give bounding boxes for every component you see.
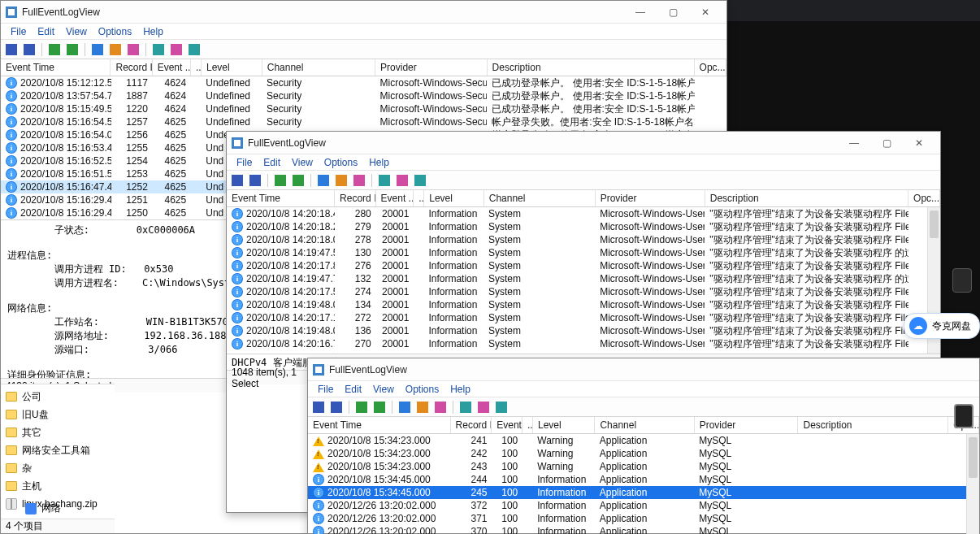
props-icon[interactable] — [334, 173, 349, 188]
trash-icon[interactable] — [954, 404, 973, 428]
col-header[interactable]: Provider — [695, 417, 799, 433]
table-row[interactable]: 2020/10/8 15:16:54.5..12574625UndefinedS… — [1, 115, 726, 128]
props-icon[interactable] — [108, 42, 123, 57]
col-header[interactable]: Description — [488, 59, 695, 76]
refresh-icon[interactable] — [377, 173, 392, 188]
table-row[interactable]: 2020/10/8 14:20:18.4..28020001Informatio… — [227, 207, 940, 220]
toolbar[interactable] — [227, 171, 940, 190]
table-row[interactable]: 2020/10/8 15:34:45.000245100InformationA… — [308, 486, 979, 499]
event-table[interactable]: 2020/10/8 15:34:23.000241100WarningAppli… — [308, 434, 979, 534]
explorer-item[interactable]: 主机 — [6, 477, 110, 495]
save-icon[interactable] — [230, 173, 245, 188]
quark-cloud-badge[interactable]: ☁ 夸克网盘 — [904, 313, 980, 339]
explorer-item[interactable]: 杂 — [6, 459, 110, 477]
col-header[interactable]: Event Time — [308, 417, 451, 433]
table-row[interactable]: 2020/10/8 14:20:18.0..27820001Informatio… — [227, 233, 940, 246]
event-table[interactable]: 2020/10/8 14:20:18.4..28020001Informatio… — [227, 207, 940, 354]
explorer-item[interactable]: 公司 — [6, 388, 110, 406]
menu-options[interactable]: Options — [401, 384, 444, 395]
col-header[interactable]: Event Time — [1, 59, 111, 76]
explorer-item[interactable]: 旧U盘 — [6, 406, 110, 423]
save-all-icon[interactable] — [248, 173, 262, 188]
table-row[interactable]: 2020/10/8 15:12:12.5..11174624UndefinedS… — [1, 76, 726, 89]
menu-file[interactable]: File — [6, 26, 31, 37]
table-row[interactable]: 2020/12/26 13:20:02.000371100Information… — [308, 512, 979, 525]
explorer-item[interactable]: 其它 — [6, 423, 110, 441]
col-header[interactable]: Record ID — [111, 59, 152, 76]
table-row[interactable]: 2020/12/26 13:20:02.000372100Information… — [308, 499, 979, 512]
col-header[interactable]: Event ... — [153, 59, 191, 76]
col-header[interactable]: Record ID — [451, 417, 492, 433]
refresh-icon[interactable] — [458, 400, 473, 415]
titlebar[interactable]: FullEventLogView — ▢ ✕ — [1, 1, 726, 24]
save-all-icon[interactable] — [22, 42, 37, 57]
col-header[interactable]: Event ... — [492, 417, 523, 433]
menubar[interactable]: FileEditViewOptionsHelp — [308, 381, 979, 397]
table-row[interactable]: 2020/10/8 15:34:23.000241100WarningAppli… — [308, 434, 979, 447]
col-header[interactable]: ... — [414, 190, 424, 206]
col-header[interactable]: Description — [798, 417, 948, 433]
table-row[interactable]: 2020/10/8 14:20:16.7..27020001Informatio… — [227, 337, 940, 350]
options-icon[interactable] — [413, 173, 427, 188]
table-row[interactable]: 2020/10/8 14:20:17.8..27620001Informatio… — [227, 259, 940, 272]
col-header[interactable]: Channel — [484, 190, 596, 206]
vertical-scrollbar[interactable] — [966, 434, 979, 534]
export-icon[interactable] — [47, 42, 62, 57]
menu-options[interactable]: Options — [319, 157, 362, 168]
copy-icon[interactable] — [316, 173, 331, 188]
col-header[interactable]: ... — [191, 59, 202, 76]
table-header[interactable]: Event TimeRecord IDEvent ......LevelChan… — [227, 190, 940, 207]
menu-help[interactable]: Help — [445, 384, 475, 395]
explorer-item[interactable]: 网络安全工具箱 — [6, 441, 110, 459]
table-row[interactable]: 2020/10/8 14:19:48.0..13420001Informatio… — [227, 298, 940, 311]
col-header[interactable]: Event Time — [227, 190, 335, 206]
copy-icon[interactable] — [397, 400, 412, 415]
table-row[interactable]: 2020/10/8 15:34:23.000242100WarningAppli… — [308, 447, 979, 460]
table-row[interactable]: 2020/10/8 15:15:49.5..12204624UndefinedS… — [1, 102, 726, 115]
table-row[interactable]: 2020/12/26 13:20:02.000370100Information… — [308, 525, 979, 534]
col-header[interactable]: ... — [523, 417, 533, 433]
menubar[interactable]: FileEditViewOptionsHelp — [227, 154, 940, 171]
col-header[interactable]: Level — [202, 59, 262, 76]
table-row[interactable]: 2020/10/8 13:57:54.7..18874624UndefinedS… — [1, 89, 726, 102]
col-header[interactable]: Opc... — [908, 190, 940, 206]
col-header[interactable]: Provider — [375, 59, 487, 76]
minimize-button[interactable]: — — [838, 132, 870, 154]
menu-edit[interactable]: Edit — [33, 26, 59, 37]
export-icon[interactable] — [354, 400, 369, 415]
col-header[interactable]: Description — [705, 190, 908, 206]
minimize-button[interactable]: — — [624, 1, 657, 24]
table-row[interactable]: 2020/10/8 14:20:17.1..27220001Informatio… — [227, 311, 940, 324]
find-icon[interactable] — [352, 173, 366, 188]
col-header[interactable]: Event ... — [376, 190, 414, 206]
col-header[interactable]: Record ID — [335, 190, 375, 206]
toolbar[interactable] — [308, 397, 979, 417]
toolbar[interactable] — [1, 40, 726, 59]
table-row[interactable]: 2020/10/8 14:20:17.5..27420001Informatio… — [227, 285, 940, 298]
col-header[interactable]: Channel — [262, 59, 375, 76]
explorer-network[interactable]: 网络 — [25, 501, 61, 515]
menu-view[interactable]: View — [287, 157, 318, 168]
find-icon[interactable] — [433, 400, 448, 415]
save-all-icon[interactable] — [329, 400, 344, 415]
table-row[interactable]: 2020/10/8 15:34:45.000244100InformationA… — [308, 473, 979, 486]
maximize-button[interactable]: ▢ — [657, 1, 689, 24]
col-header[interactable]: Level — [533, 417, 595, 433]
menu-view[interactable]: View — [61, 26, 92, 37]
titlebar[interactable]: FullEventLogView — [308, 358, 979, 381]
export-icon[interactable] — [273, 173, 288, 188]
window-fulleventlogview-3[interactable]: FullEventLogView FileEditViewOptionsHelp… — [307, 358, 980, 534]
col-header[interactable]: Level — [424, 190, 484, 206]
options-icon[interactable] — [494, 400, 509, 415]
table-header[interactable]: Event TimeRecord IDEvent ......LevelChan… — [1, 59, 726, 76]
menu-file[interactable]: File — [232, 157, 257, 168]
table-header[interactable]: Event TimeRecord IDEvent ......LevelChan… — [308, 417, 979, 434]
table-row[interactable]: 2020/10/8 15:34:23.000243100WarningAppli… — [308, 460, 979, 473]
options-icon[interactable] — [187, 42, 202, 57]
report-icon[interactable] — [291, 173, 306, 188]
report-icon[interactable] — [65, 42, 80, 57]
find-icon[interactable] — [126, 42, 141, 57]
table-row[interactable]: 2020/10/8 14:19:47.7..13220001Informatio… — [227, 272, 940, 285]
report-icon[interactable] — [372, 400, 387, 415]
sort-icon[interactable] — [395, 173, 410, 188]
